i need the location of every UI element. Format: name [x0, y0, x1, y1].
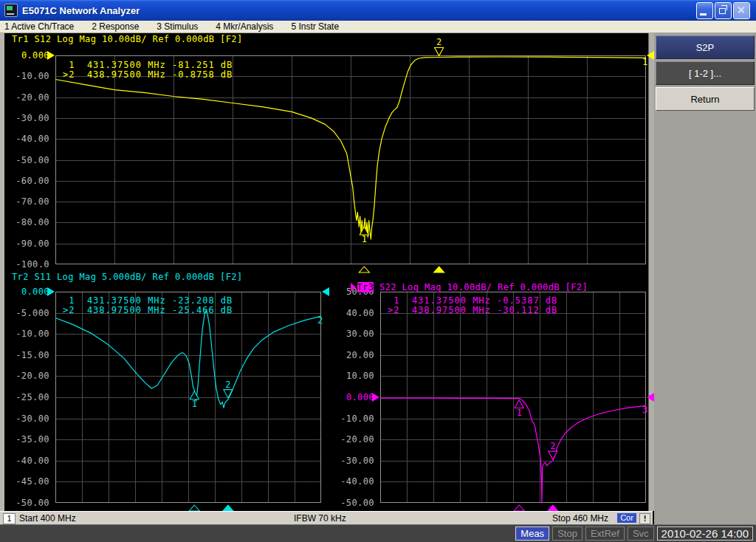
trace2-marker1-readout: 1 431.37500 MHz -23.208 dB — [63, 295, 233, 306]
y-tick-label: -30.00 — [329, 456, 374, 466]
trace3-marker1-readout: 1 431.37500 MHz -0.5387 dB — [388, 295, 557, 306]
chart-tr1[interactable]: 121 — [55, 55, 646, 264]
y-tick-label: 0.000 — [4, 50, 49, 61]
y-tick-label: -20.00 — [329, 434, 374, 445]
trace2-marker2-readout: >2 438.97500 MHz -25.466 dB — [63, 305, 233, 315]
menu-item-response[interactable]: 2 Response — [92, 21, 139, 32]
trace1-marker2-readout: >2 438.97500 MHz -0.8758 dB — [63, 69, 233, 80]
y-tick-label: -40.00 — [4, 456, 49, 466]
menu-item-active-ch-trace[interactable]: 1 Active Ch/Trace — [4, 21, 74, 32]
restore-button[interactable] — [715, 2, 732, 19]
y-tick-label: -60.00 — [4, 176, 49, 186]
minimize-icon — [700, 13, 707, 16]
y-tick-label: -40.00 — [4, 134, 49, 144]
app-window: E5071C Network Analyzer 1 Active Ch/Trac… — [0, 0, 756, 542]
y-tick-label: -70.00 — [4, 196, 49, 207]
close-button[interactable] — [733, 2, 750, 19]
extref-indicator: ExtRef — [585, 526, 625, 541]
y-tick-label: -30.00 — [4, 414, 49, 424]
channel-number-badge: 1 — [3, 513, 16, 524]
app-icon — [4, 4, 18, 17]
y-tick-label: -10.00 — [4, 329, 49, 339]
marker-2-number: 2 — [225, 380, 230, 390]
stop-frequency-label: Stop 460 MHz — [552, 513, 608, 524]
y-tick-label: -20.00 — [4, 92, 49, 103]
y-tick-label: -20.00 — [4, 371, 49, 381]
menu-item-instr-state[interactable]: 5 Instr State — [291, 21, 339, 32]
ifbw-label: IFBW 70 kHz — [294, 513, 346, 524]
chart-tr2[interactable]: 122 — [55, 292, 321, 503]
y-tick-label: 30.00 — [329, 329, 374, 339]
correction-status-badge: Cor — [617, 513, 636, 523]
graticule — [380, 292, 646, 503]
window-controls — [696, 2, 756, 19]
y-tick-label: -25.00 — [4, 392, 49, 402]
meas-indicator: Meas — [515, 526, 549, 541]
marker-1-number: 1 — [517, 408, 522, 418]
y-tick-label: -80.00 — [4, 217, 49, 227]
close-icon — [736, 5, 746, 15]
trace1-marker1-readout: 1 431.37500 MHz -81.251 dB — [63, 60, 233, 70]
softkey-return[interactable]: Return — [656, 87, 755, 111]
marker-2-number: 2 — [550, 441, 555, 451]
alert-badge: ! — [639, 513, 650, 524]
trace3-header-text: S22 Log Mag 10.00dB/ Ref 0.000dB [F2] — [374, 282, 588, 292]
y-tick-label: -30.00 — [4, 113, 49, 123]
title-bar: E5071C Network Analyzer — [0, 0, 756, 21]
softkey-sidebar: S2P [ 1-2 ]... Return — [654, 33, 756, 524]
taskbar: Meas Stop ExtRef Svc 2010-02-26 14:00 — [0, 524, 756, 542]
y-tick-label: -50.00 — [4, 498, 49, 508]
start-frequency-label: Start 400 MHz — [19, 513, 76, 524]
y-tick-label: -15.00 — [4, 350, 49, 360]
minimize-button[interactable] — [696, 2, 713, 19]
trace3-name-badge: Tr3 — [357, 282, 374, 292]
y-tick-label: 0.000 — [4, 287, 49, 297]
y-tick-label: 0.000 — [329, 392, 374, 402]
trace-number-label: 1 — [642, 57, 647, 67]
trace1-header[interactable]: Tr1 S12 Log Mag 10.00dB/ Ref 0.000dB [F2… — [12, 34, 243, 44]
restore-icon — [719, 8, 726, 14]
datetime-display: 2010-02-26 14:00 — [657, 526, 753, 541]
y-tick-label: -40.00 — [329, 476, 374, 487]
softkey-menu-title[interactable]: S2P — [656, 35, 755, 59]
active-trace-arrow-icon — [351, 283, 356, 292]
graticule — [55, 292, 321, 503]
stop-indicator: Stop — [552, 526, 583, 541]
y-tick-label: -90.00 — [4, 239, 49, 249]
trace2-header[interactable]: Tr2 S11 Log Mag 5.000dB/ Ref 0.000dB [F2… — [12, 272, 243, 282]
y-tick-label: -35.00 — [4, 434, 49, 445]
y-tick-label: 20.00 — [329, 350, 374, 360]
chart-tr3[interactable]: 123 — [380, 292, 646, 503]
trace3-marker2-readout: >2 438.97500 MHz -30.112 dB — [388, 305, 557, 315]
menu-item-stimulus[interactable]: 3 Stimulus — [157, 21, 198, 32]
marker-2-number: 2 — [436, 37, 441, 47]
status-bar: 1 Start 400 MHz IFBW 70 kHz Stop 460 MHz… — [0, 511, 653, 525]
softkey-1-2-ports[interactable]: [ 1-2 ]... — [656, 61, 755, 85]
y-tick-label: -10.00 — [329, 414, 374, 424]
y-tick-label: 40.00 — [329, 308, 374, 318]
y-tick-label: -5.000 — [4, 308, 49, 318]
trace-number-label: 3 — [642, 405, 647, 415]
menu-item-mkr-analysis[interactable]: 4 Mkr/Analysis — [216, 21, 273, 32]
y-tick-label: -100.0 — [4, 259, 49, 270]
svc-indicator: Svc — [628, 526, 654, 541]
marker-1-number: 1 — [362, 234, 367, 244]
window-title: E5071C Network Analyzer — [22, 5, 140, 16]
y-tick-label: -50.00 — [4, 155, 49, 165]
graticule — [55, 55, 646, 264]
y-tick-label: -10.00 — [4, 71, 49, 81]
y-tick-label: 10.00 — [329, 371, 374, 381]
y-tick-label: -45.00 — [4, 476, 49, 487]
menu-bar: 1 Active Ch/Trace 2 Response 3 Stimulus … — [0, 21, 756, 33]
trace-number-label: 2 — [317, 315, 323, 326]
marker-2-glyph[interactable] — [549, 451, 557, 459]
marker-1-number: 1 — [192, 399, 197, 409]
y-tick-label: -50.00 — [329, 498, 374, 508]
